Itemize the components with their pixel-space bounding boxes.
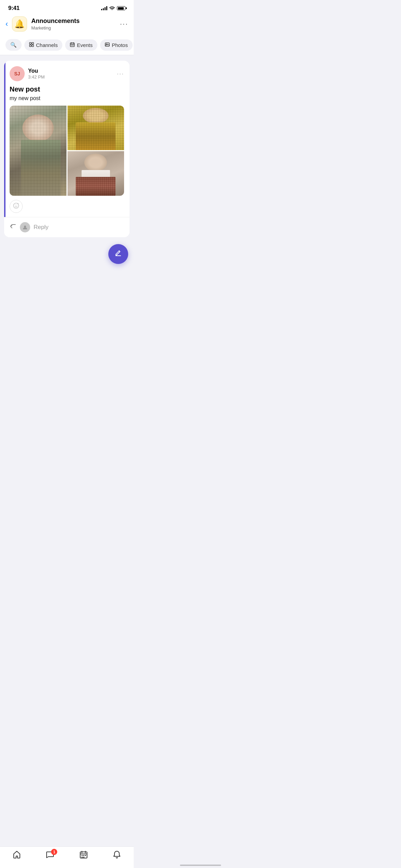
post-card: SJ You 3:42 PM ··· New post my new post: [4, 61, 130, 237]
compose-button[interactable]: [108, 244, 128, 264]
channel-name: Announcements: [31, 17, 80, 25]
photos-icon: [105, 42, 110, 48]
svg-rect-4: [70, 43, 74, 47]
svg-rect-11: [105, 43, 109, 46]
bottom-area: [0, 237, 134, 271]
status-bar: 9:41: [0, 0, 134, 14]
svg-rect-10: [73, 45, 74, 46]
events-filter-button[interactable]: Events: [65, 39, 97, 51]
status-time: 9:41: [8, 5, 20, 12]
photos-label: Photos: [112, 42, 128, 48]
post-image-3[interactable]: [68, 151, 124, 196]
image-grid: [10, 106, 124, 196]
header-left: ‹ 🔔 Announcements Marketing: [5, 16, 80, 32]
reply-avatar: [20, 222, 30, 232]
svg-rect-2: [29, 45, 31, 47]
events-label: Events: [77, 42, 93, 48]
battery-icon: [117, 6, 125, 10]
wifi-icon: [109, 5, 115, 11]
content-area: SJ You 3:42 PM ··· New post my new post: [0, 55, 134, 298]
post-time: 3:42 PM: [28, 74, 45, 80]
svg-point-15: [16, 205, 17, 205]
channels-label: Channels: [36, 42, 58, 48]
channel-header: ‹ 🔔 Announcements Marketing ···: [0, 14, 134, 36]
status-icons: [101, 5, 125, 11]
svg-rect-1: [32, 43, 34, 44]
svg-rect-3: [32, 45, 34, 47]
add-reaction-icon: [13, 203, 19, 210]
add-reaction-button[interactable]: [10, 200, 23, 213]
svg-rect-8: [71, 45, 72, 46]
reply-bar: Reply: [4, 217, 130, 237]
post-author: You: [28, 68, 45, 74]
filter-bar: 🔍 Channels Events: [0, 36, 134, 55]
post-body: my new post: [10, 95, 124, 101]
svg-point-14: [15, 205, 16, 205]
post-image-1[interactable]: [10, 106, 66, 196]
post-accent-container: SJ You 3:42 PM ··· New post my new post: [4, 61, 130, 217]
back-button[interactable]: ‹: [5, 20, 8, 28]
avatar: SJ: [10, 66, 25, 81]
post-content-area: SJ You 3:42 PM ··· New post my new post: [5, 61, 130, 217]
reply-icon: [10, 224, 16, 231]
events-icon: [70, 42, 75, 48]
header-more-button[interactable]: ···: [120, 20, 128, 28]
channels-icon: [29, 42, 34, 48]
channel-subtitle: Marketing: [31, 25, 80, 31]
svg-rect-0: [29, 43, 31, 44]
reply-input[interactable]: Reply: [34, 224, 124, 231]
channel-info: Announcements Marketing: [31, 17, 80, 31]
search-button[interactable]: 🔍: [5, 39, 22, 51]
channels-filter-button[interactable]: Channels: [24, 39, 62, 51]
search-icon: 🔍: [10, 42, 17, 48]
photos-filter-button[interactable]: Photos: [100, 39, 133, 51]
compose-icon: [114, 250, 122, 259]
post-image-2[interactable]: [68, 106, 124, 150]
post-more-button[interactable]: ···: [117, 70, 124, 77]
post-title: New post: [10, 85, 124, 93]
post-author-row: SJ You 3:42 PM ···: [10, 66, 124, 81]
post-meta: You 3:42 PM: [28, 68, 45, 80]
signal-icon: [101, 6, 107, 10]
author-left: SJ You 3:42 PM: [10, 66, 45, 81]
reaction-bar: [10, 200, 124, 213]
channel-icon: 🔔: [12, 16, 27, 32]
svg-rect-9: [72, 45, 73, 46]
